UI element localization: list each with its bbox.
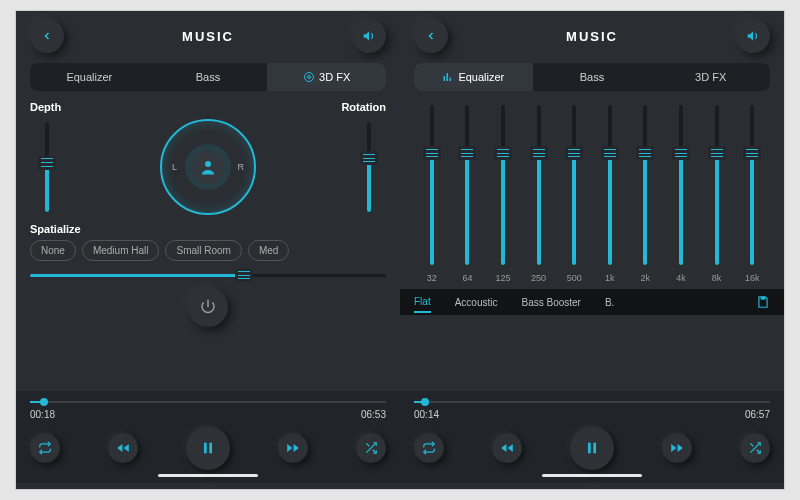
progress-slider[interactable] [414, 397, 770, 407]
spatialize-slider[interactable] [30, 271, 386, 279]
tab-bass[interactable]: Bass [533, 63, 652, 91]
frequency-label: 8k [699, 273, 735, 283]
eq-band-slider[interactable] [663, 105, 699, 269]
equalizer-icon [442, 71, 454, 83]
svg-rect-18 [588, 443, 591, 454]
header: MUSIC [414, 19, 770, 53]
app-frame: MUSIC Equalizer Bass 3D FX Depth Rotatio… [15, 10, 785, 490]
eq-band-slider[interactable] [592, 105, 628, 269]
tab-equalizer[interactable]: Equalizer [414, 63, 533, 91]
spatial-dial[interactable]: L R [160, 119, 256, 215]
pause-button[interactable] [186, 426, 230, 470]
home-indicator [542, 474, 642, 477]
svg-point-0 [308, 76, 311, 79]
header: MUSIC [30, 19, 386, 53]
page-title: MUSIC [182, 29, 234, 44]
spatialize-chip[interactable]: Small Room [165, 240, 241, 261]
depth-slider[interactable] [30, 122, 64, 212]
svg-rect-12 [444, 76, 446, 81]
depth-label: Depth [30, 101, 61, 113]
eq-band-slider[interactable] [556, 105, 592, 269]
preset-item[interactable]: B. [605, 297, 614, 308]
svg-line-24 [750, 443, 753, 446]
pause-icon [200, 440, 216, 456]
frequency-label: 64 [450, 273, 486, 283]
time-elapsed: 00:14 [414, 409, 439, 420]
svg-marker-20 [678, 444, 683, 452]
svg-marker-17 [508, 444, 513, 452]
forward-icon [286, 441, 300, 455]
effect-tabs: Equalizer Bass 3D FX [30, 63, 386, 91]
pause-button[interactable] [570, 426, 614, 470]
time-total: 06:53 [361, 409, 386, 420]
preset-item[interactable]: Bass Booster [521, 297, 580, 308]
svg-marker-3 [117, 444, 122, 452]
eq-band-slider[interactable] [699, 105, 735, 269]
power-button[interactable] [188, 287, 228, 327]
rewind-button[interactable] [492, 433, 522, 463]
progress-slider[interactable] [30, 397, 386, 407]
speaker-icon [746, 29, 760, 43]
tab-3dfx[interactable]: 3D FX [267, 63, 386, 91]
preset-item[interactable]: Flat [414, 296, 431, 313]
frequency-labels: 32641252505001k2k4k8k16k [414, 271, 770, 289]
repeat-icon [38, 441, 52, 455]
head-icon [199, 158, 217, 176]
spatialize-chip[interactable]: None [30, 240, 76, 261]
repeat-button[interactable] [30, 433, 60, 463]
back-button[interactable] [30, 19, 64, 53]
eq-band-slider[interactable] [450, 105, 486, 269]
player-bar: 00:18 06:53 [16, 391, 400, 483]
repeat-button[interactable] [414, 433, 444, 463]
svg-marker-7 [294, 444, 299, 452]
eq-band-slider[interactable] [485, 105, 521, 269]
eq-band-slider[interactable] [628, 105, 664, 269]
screen-3dfx: MUSIC Equalizer Bass 3D FX Depth Rotatio… [16, 11, 400, 489]
frequency-label: 16k [734, 273, 770, 283]
spatialize-chip[interactable]: Medium Hall [82, 240, 160, 261]
eq-band-slider[interactable] [521, 105, 557, 269]
svg-line-11 [366, 443, 369, 446]
spatialize-label: Spatialize [30, 223, 386, 235]
save-icon [756, 295, 770, 309]
rotation-label: Rotation [341, 101, 386, 113]
tab-equalizer[interactable]: Equalizer [30, 63, 149, 91]
tab-3dfx[interactable]: 3D FX [651, 63, 770, 91]
shuffle-button[interactable] [356, 433, 386, 463]
shuffle-icon [748, 441, 762, 455]
screen-equalizer: MUSIC Equalizer Bass 3D FX 3264125250500… [400, 11, 784, 489]
chevron-left-icon [41, 30, 53, 42]
preset-item[interactable]: Accoustic [455, 297, 498, 308]
spatialize-chip[interactable]: Med [248, 240, 289, 261]
power-icon [199, 298, 217, 316]
spatialize-chips: NoneMedium HallSmall RoomMed [30, 240, 386, 261]
tab-bass[interactable]: Bass [149, 63, 268, 91]
equalizer-bands [414, 101, 770, 271]
frequency-label: 1k [592, 273, 628, 283]
shuffle-button[interactable] [740, 433, 770, 463]
eq-band-slider[interactable] [734, 105, 770, 269]
forward-button[interactable] [662, 433, 692, 463]
frequency-label: 4k [663, 273, 699, 283]
frequency-label: 32 [414, 273, 450, 283]
forward-button[interactable] [278, 433, 308, 463]
home-indicator [158, 474, 258, 477]
frequency-label: 250 [521, 273, 557, 283]
page-title: MUSIC [566, 29, 618, 44]
rewind-icon [500, 441, 514, 455]
eq-band-slider[interactable] [414, 105, 450, 269]
rotation-slider[interactable] [352, 122, 386, 212]
save-preset-button[interactable] [756, 295, 770, 309]
svg-marker-4 [124, 444, 129, 452]
frequency-label: 500 [556, 273, 592, 283]
dial-center-icon [191, 150, 225, 184]
back-button[interactable] [414, 19, 448, 53]
rewind-button[interactable] [108, 433, 138, 463]
volume-button[interactable] [352, 19, 386, 53]
fx-controls: L R [30, 117, 386, 217]
svg-rect-13 [447, 73, 449, 81]
shuffle-icon [364, 441, 378, 455]
frequency-label: 2k [628, 273, 664, 283]
volume-button[interactable] [736, 19, 770, 53]
tab-equalizer-label: Equalizer [458, 71, 504, 83]
